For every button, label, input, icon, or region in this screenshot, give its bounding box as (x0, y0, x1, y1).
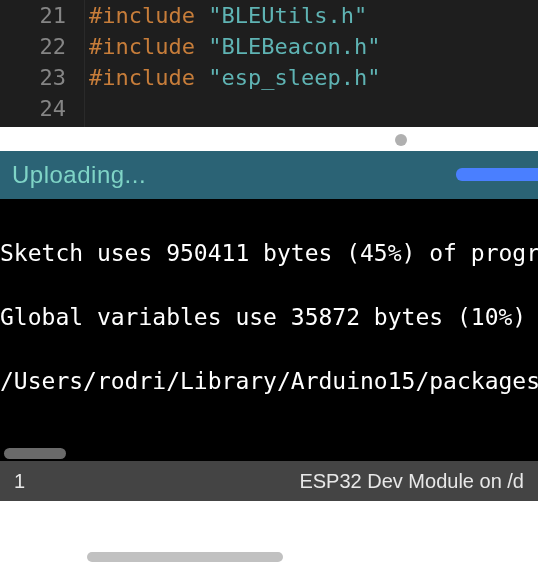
editor-horizontal-scrollbar[interactable] (11, 543, 538, 570)
console-horizontal-scrollbar[interactable] (0, 445, 538, 461)
output-console[interactable]: Sketch uses 950411 bytes (45%) of progr … (0, 199, 538, 461)
scrollbar-thumb[interactable] (4, 448, 66, 459)
board-port-label: ESP32 Dev Module on /d (299, 470, 524, 493)
console-line: Global variables use 35872 bytes (10%) (0, 301, 538, 333)
line-number: 21 (0, 0, 84, 31)
drag-handle-icon[interactable] (395, 134, 407, 146)
progress-indicator (456, 168, 538, 181)
token-string: "BLEUtils.h" (208, 3, 367, 28)
footer-status-bar: 1 ESP32 Dev Module on /d (0, 461, 538, 501)
token-string: "BLEBeacon.h" (208, 34, 380, 59)
line-number: 24 (0, 93, 84, 124)
token-directive: #include (89, 3, 208, 28)
console-line: /Users/rodri/Library/Arduino15/packages (0, 365, 538, 397)
code-line: #include "esp_sleep.h" (89, 62, 538, 93)
code-area[interactable]: #include "BLEUtils.h" #include "BLEBeaco… (85, 0, 538, 127)
line-number-gutter: 21 22 23 24 (0, 0, 85, 127)
status-label: Uploading... (12, 161, 146, 189)
line-number: 23 (0, 62, 84, 93)
code-line: #include "BLEUtils.h" (89, 0, 538, 31)
code-line: #include "BLEBeacon.h" (89, 31, 538, 62)
token-directive: #include (89, 34, 208, 59)
panel-divider[interactable] (0, 127, 538, 151)
console-line: Sketch uses 950411 bytes (45%) of progr (0, 237, 538, 269)
token-string: "esp_sleep.h" (208, 65, 380, 90)
code-editor[interactable]: 21 22 23 24 #include "BLEUtils.h" #inclu… (0, 0, 538, 127)
scrollbar-thumb[interactable] (87, 552, 283, 562)
cursor-position: 1 (14, 470, 25, 493)
token-directive: #include (89, 65, 208, 90)
line-number: 22 (0, 31, 84, 62)
upload-status-bar: Uploading... (0, 151, 538, 199)
